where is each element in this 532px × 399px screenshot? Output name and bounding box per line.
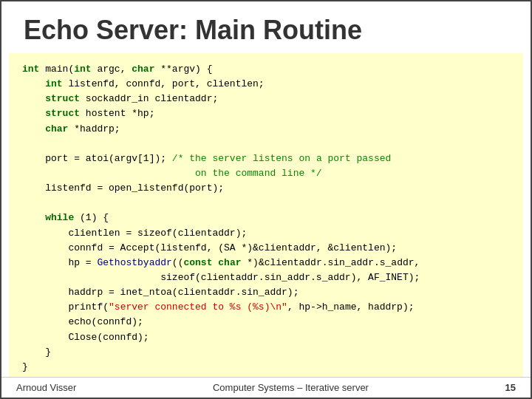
code-line: struct sockaddr_in clientaddr;	[22, 93, 218, 104]
code-block: int main(int argc, char **argv) { int li…	[9, 53, 523, 377]
code-line: hp = Gethostbyaddr((const char *)&client…	[22, 257, 420, 268]
footer-author: Arnoud Visser	[16, 382, 76, 393]
code-line: while (1) {	[22, 212, 109, 223]
code-line: connfd = Accept(listenfd, (SA *)&clienta…	[22, 242, 397, 253]
code-line: echo(connfd);	[22, 316, 143, 327]
code-line: listenfd = open_listenfd(port);	[22, 183, 224, 194]
code-line: haddrp = inet_ntoa(clientaddr.sin_addr);	[22, 287, 299, 298]
footer-page-number: 15	[505, 382, 516, 393]
code-line: }	[22, 361, 28, 372]
slide-title: Echo Server: Main Routine	[24, 15, 508, 46]
code-line: char *haddrp;	[22, 123, 120, 134]
footer-title: Computer Systems – Iterative server	[213, 382, 369, 393]
code-line: port = atoi(argv[1]); /* the server list…	[22, 153, 391, 164]
slide-header: Echo Server: Main Routine	[1, 1, 531, 53]
code-line: sizeof(clientaddr.sin_addr.s_addr), AF_I…	[22, 272, 420, 283]
code-line: }	[22, 347, 51, 358]
slide: Echo Server: Main Routine int main(int a…	[0, 0, 532, 399]
code-line: struct hostent *hp;	[22, 108, 154, 119]
slide-footer: Arnoud Visser Computer Systems – Iterati…	[1, 377, 531, 398]
code-line: clientlen = sizeof(clientaddr);	[22, 228, 247, 239]
code-line: on the command line */	[22, 168, 322, 179]
code-line: Close(connfd);	[22, 332, 149, 343]
code-line: printf("server connected to %s (%s)\n", …	[22, 301, 415, 313]
code-line: int main(int argc, char **argv) {	[22, 64, 212, 75]
code-line: int listenfd, connfd, port, clientlen;	[22, 78, 265, 89]
